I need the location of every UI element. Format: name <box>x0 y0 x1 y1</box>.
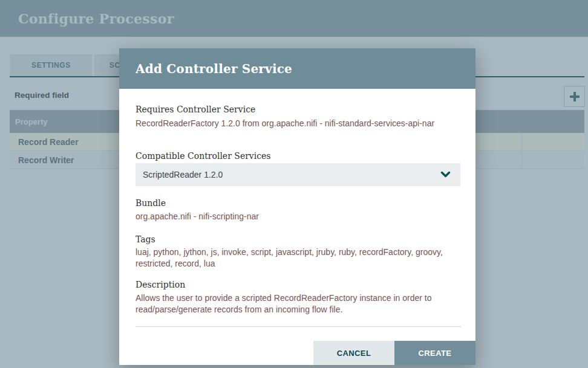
dialog-buttons: CANCEL CREATE <box>313 341 475 365</box>
plus-icon <box>570 92 580 102</box>
cancel-button[interactable]: CANCEL <box>313 341 394 365</box>
configure-processor-screen: Configure Processor SETTINGS SCHEDULING … <box>0 0 588 368</box>
dialog-header: Add Controller Service <box>119 48 475 89</box>
property-name: Record Reader <box>18 137 79 147</box>
bundle-value: org.apache.nifi - nifi-scripting-nar <box>136 211 460 222</box>
tags-value: luaj, python, jython, js, invoke, script… <box>136 247 460 270</box>
page-title: Configure Processor <box>18 11 174 27</box>
table-column-divider <box>521 133 522 169</box>
dialog-title: Add Controller Service <box>136 62 292 76</box>
selected-service: ScriptedReader 1.2.0 <box>143 170 440 179</box>
create-button-label: CREATE <box>419 349 452 358</box>
chevron-down-icon[interactable] <box>440 172 451 178</box>
compatible-services-dropdown[interactable]: ScriptedReader 1.2.0 <box>136 163 460 186</box>
tab-settings[interactable]: SETTINGS <box>10 54 93 76</box>
tab-settings-label: SETTINGS <box>31 61 71 69</box>
cancel-button-label: CANCEL <box>337 349 371 358</box>
tags-label: Tags <box>136 234 460 244</box>
description-label: Description <box>136 280 460 289</box>
dialog-divider <box>136 326 461 327</box>
property-name: Record Writer <box>18 155 74 165</box>
add-property-button[interactable] <box>564 86 585 107</box>
compatible-services-label: Compatible Controller Services <box>136 151 460 161</box>
bundle-label: Bundle <box>136 198 460 208</box>
requires-controller-service-value: RecordReaderFactory 1.2.0 from org.apach… <box>136 118 460 129</box>
create-button[interactable]: CREATE <box>394 341 475 365</box>
property-column-header-label: Property <box>15 117 47 126</box>
add-controller-service-dialog: Add Controller Service Requires Controll… <box>119 48 475 365</box>
required-field-note: Required field <box>15 91 69 100</box>
description-value: Allows the user to provide a scripted Re… <box>136 292 460 315</box>
requires-controller-service-label: Requires Controller Service <box>136 105 460 114</box>
app-header: Configure Processor <box>0 0 588 37</box>
